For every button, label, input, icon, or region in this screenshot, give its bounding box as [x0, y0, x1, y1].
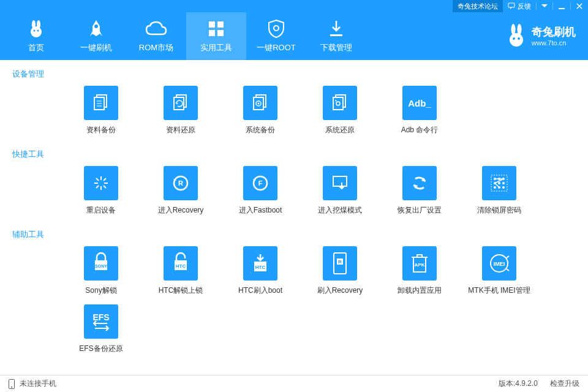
svg-text:HTC: HTC	[255, 265, 266, 270]
close-button[interactable]	[571, 0, 588, 12]
tool-label: 清除锁屏密码	[477, 205, 521, 216]
close-icon	[576, 2, 583, 10]
tool-label: 进入Fastboot	[239, 205, 282, 216]
svg-point-16	[510, 33, 523, 47]
download-icon	[328, 19, 345, 39]
svg-point-51	[498, 182, 500, 184]
tool-system-restore[interactable]: 系统还原	[300, 86, 380, 135]
svg-text:R: R	[178, 179, 183, 187]
sony-lock-icon: SONY	[84, 246, 118, 281]
documents-restore-icon	[164, 86, 198, 120]
nav-label: 下载管理	[320, 42, 352, 53]
tool-sony-unlock[interactable]: SONY Sony解锁	[61, 246, 141, 296]
tool-data-restore[interactable]: 资料还原	[141, 86, 221, 135]
nav-label: 一键ROOT	[257, 42, 296, 53]
nav-label: 实用工具	[200, 42, 232, 53]
tool-htc-boot[interactable]: HTC HTC刷入boot	[221, 246, 300, 296]
svg-text:APK: APK	[415, 262, 425, 268]
svg-text:EFS: EFS	[92, 312, 109, 322]
navbar: 首页 一键刷机 ROM市场 实用工具 一键ROOT 下载管理 奇兔刷机 w	[0, 12, 588, 60]
nav-rom[interactable]: ROM市场	[126, 12, 186, 60]
nav-home[interactable]: 首页	[6, 12, 66, 60]
tool-label: Adb 命令行	[401, 125, 439, 135]
nav-download[interactable]: 下载管理	[306, 12, 366, 60]
documents-icon	[84, 86, 118, 120]
chevron-down-icon	[541, 4, 548, 8]
forum-label: 奇兔技术论坛	[458, 2, 498, 11]
nav-root[interactable]: 一键ROOT	[246, 12, 306, 60]
svg-text:SONY: SONY	[95, 264, 107, 268]
svg-point-73	[11, 386, 12, 388]
svg-point-6	[37, 30, 39, 32]
svg-rect-0	[508, 3, 514, 7]
svg-rect-13	[330, 34, 342, 36]
dropdown-button[interactable]	[537, 0, 552, 12]
svg-rect-31	[333, 97, 343, 110]
feedback-button[interactable]: 反馈	[503, 0, 536, 12]
nav-flash[interactable]: 一键刷机	[66, 12, 126, 60]
feedback-label: 反馈	[518, 2, 531, 11]
tool-label: 资料备份	[86, 125, 116, 135]
minimize-button[interactable]	[553, 0, 570, 12]
tool-label: HTC刷入boot	[238, 285, 282, 296]
svg-rect-8	[209, 21, 215, 28]
svg-point-52	[502, 182, 505, 184]
section-device: 设备管理 资料备份 资料还原 系统备份 系统还原 Adb_ Adb 命令行	[12, 69, 576, 144]
tool-coal-mode[interactable]: 进入挖煤模式	[300, 166, 380, 216]
tool-label: 系统备份	[246, 125, 275, 135]
gear-doc-icon	[243, 86, 277, 120]
tool-flash-recovery[interactable]: R 刷入Recovery	[300, 246, 380, 296]
svg-point-12	[274, 26, 279, 31]
forum-button[interactable]: 奇兔技术论坛	[453, 0, 503, 12]
svg-point-29	[258, 103, 260, 105]
check-update-button[interactable]: 检查升级	[550, 379, 579, 389]
tool-label: 重启设备	[86, 205, 116, 216]
svg-point-55	[502, 186, 505, 189]
section-title: 设备管理	[12, 69, 576, 80]
titlebar: 奇兔技术论坛 反馈	[0, 0, 588, 12]
tool-fastboot[interactable]: F 进入Fastboot	[221, 166, 300, 216]
tool-label: 卸载内置应用	[398, 285, 442, 296]
nav-tools[interactable]: 实用工具	[186, 12, 246, 60]
minimize-icon	[558, 2, 565, 10]
fastboot-icon: F	[243, 166, 277, 200]
brand-title: 奇兔刷机	[532, 24, 576, 39]
svg-text:R: R	[338, 259, 342, 265]
trash-apk-icon: APK	[402, 246, 437, 281]
svg-point-5	[34, 30, 36, 32]
section-title: 辅助工具	[12, 229, 576, 240]
tool-system-backup[interactable]: 系统备份	[221, 86, 300, 135]
tool-factory-reset[interactable]: 恢复出厂设置	[380, 166, 459, 216]
section-title: 快捷工具	[12, 149, 576, 160]
tool-uninstall-apps[interactable]: APK 卸载内置应用	[380, 246, 459, 296]
gear-restore-icon	[323, 86, 357, 120]
nav-label: 一键刷机	[80, 42, 112, 53]
svg-line-37	[96, 178, 99, 181]
tool-label: EFS备份还原	[79, 344, 123, 354]
svg-rect-9	[217, 21, 224, 28]
tool-data-backup[interactable]: 资料备份	[61, 86, 141, 135]
tool-htc-unlock[interactable]: HTC HTC解锁上锁	[141, 246, 221, 296]
tool-label: 恢复出厂设置	[398, 205, 442, 216]
efs-icon: EFS	[84, 304, 118, 339]
tool-reboot[interactable]: 重启设备	[61, 166, 141, 216]
tool-imei[interactable]: IMEI MTK手机 IMEI管理	[459, 246, 539, 296]
tool-label: 进入挖煤模式	[318, 205, 362, 216]
tool-adb[interactable]: Adb_ Adb 命令行	[380, 86, 459, 135]
htc-flash-icon: HTC	[243, 246, 277, 281]
rabbit-icon	[27, 19, 45, 39]
tool-label: 系统还原	[325, 125, 355, 135]
svg-rect-1	[559, 8, 565, 9]
burst-icon	[84, 166, 118, 200]
tool-recovery[interactable]: R 进入Recovery	[141, 166, 221, 216]
connection-status: 未连接手机	[20, 379, 56, 389]
svg-rect-67	[417, 255, 422, 257]
svg-rect-11	[217, 30, 224, 36]
svg-text:F: F	[258, 179, 263, 187]
imei-icon: IMEI	[482, 246, 516, 281]
pattern-icon	[482, 166, 516, 200]
phone-icon	[9, 379, 15, 389]
tool-clear-lock[interactable]: 清除锁屏密码	[459, 166, 539, 216]
tool-efs[interactable]: EFS EFS备份还原	[61, 304, 141, 354]
svg-rect-10	[209, 30, 215, 36]
